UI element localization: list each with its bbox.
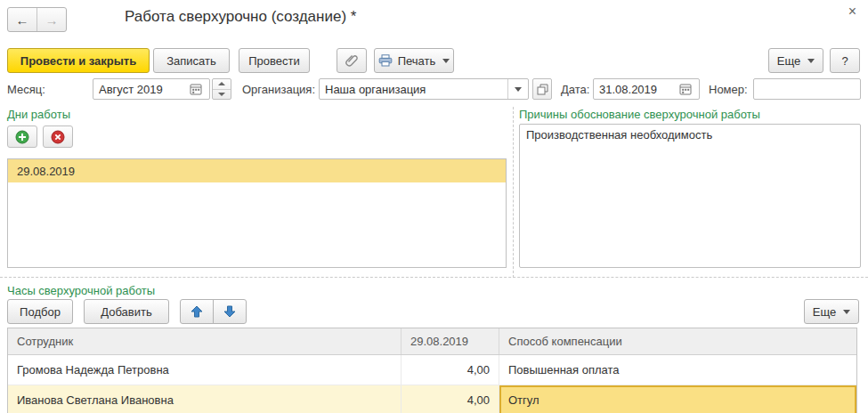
compensation-cell[interactable]: Повышенная оплата xyxy=(499,355,856,385)
more-table-label: Еще xyxy=(813,305,836,319)
open-organization-button[interactable] xyxy=(532,78,552,100)
add-row-button[interactable]: Добавить xyxy=(84,299,169,324)
add-day-button[interactable] xyxy=(7,126,37,148)
organization-field[interactable]: Наша организация xyxy=(319,78,529,100)
print-label: Печать xyxy=(398,54,436,68)
pick-button[interactable]: Подбор xyxy=(7,299,73,324)
post-label: Провести xyxy=(248,54,300,68)
hours-section-title: Часы сверхурочной работы xyxy=(7,284,155,297)
more-button-top[interactable]: Еще xyxy=(768,48,823,73)
table-row-selected[interactable]: Иванова Светлана Ивановна 4,00 Отгул xyxy=(8,385,856,413)
nav-history-group: ← → xyxy=(7,7,67,32)
number-label: Номер: xyxy=(709,83,748,96)
month-label: Месяц: xyxy=(7,83,45,96)
horizontal-splitter[interactable] xyxy=(0,277,868,278)
more-table-dropdown-icon xyxy=(843,310,850,314)
more-label: Еще xyxy=(777,54,800,68)
date-value: 31.08.2019 xyxy=(599,83,679,96)
more-button-table[interactable]: Еще xyxy=(804,299,859,324)
save-button[interactable]: Записать xyxy=(153,48,230,73)
move-down-button[interactable] xyxy=(213,299,247,324)
compensation-cell-active[interactable]: Отгул xyxy=(499,385,856,413)
step-up-icon[interactable] xyxy=(213,79,231,90)
date-field[interactable]: 31.08.2019 xyxy=(593,78,700,100)
help-button[interactable]: ? xyxy=(830,48,860,73)
add-row-label: Добавить xyxy=(101,305,151,319)
month-stepper[interactable] xyxy=(212,78,231,100)
printer-icon xyxy=(378,54,393,67)
overtime-hours-table: Сотрудник 29.08.2019 Способ компенсации … xyxy=(7,328,857,413)
month-field[interactable]: Август 2019 xyxy=(93,78,210,100)
organization-value: Наша организация xyxy=(325,83,507,96)
month-value: Август 2019 xyxy=(99,83,190,96)
column-header-compensation[interactable]: Способ компенсации xyxy=(499,328,856,354)
reasons-value: Производственная необходимость xyxy=(526,128,712,142)
table-header-row: Сотрудник 29.08.2019 Способ компенсации xyxy=(8,328,856,355)
post-and-close-button[interactable]: Провести и закрыть xyxy=(7,48,150,73)
work-days-list[interactable]: 29.08.2019 xyxy=(7,158,507,268)
column-header-date[interactable]: 29.08.2019 xyxy=(402,328,499,354)
attachment-button[interactable] xyxy=(337,48,367,73)
table-row[interactable]: Громова Надежда Петровна 4,00 Повышенная… xyxy=(8,355,856,385)
delete-icon xyxy=(51,130,65,144)
reasons-textarea[interactable]: Производственная необходимость xyxy=(519,124,861,268)
back-button[interactable]: ← xyxy=(8,8,37,31)
calendar-icon[interactable] xyxy=(679,83,692,95)
chevron-down-icon[interactable] xyxy=(507,79,528,99)
date-label: Дата: xyxy=(561,83,589,96)
forward-button[interactable]: → xyxy=(37,8,66,31)
hours-cell[interactable]: 4,00 xyxy=(402,385,499,413)
paperclip-icon xyxy=(345,53,359,68)
delete-day-button[interactable] xyxy=(43,126,73,148)
organization-label: Организация: xyxy=(242,83,315,96)
document-window: ← → Работа сверхурочно (создание) * × Пр… xyxy=(0,0,868,413)
open-link-icon xyxy=(537,84,548,95)
employee-cell[interactable]: Громова Надежда Петровна xyxy=(8,355,402,385)
work-day-value: 29.08.2019 xyxy=(17,165,75,178)
vertical-splitter[interactable] xyxy=(513,107,514,278)
post-button[interactable]: Провести xyxy=(239,48,310,73)
add-icon xyxy=(15,130,29,144)
arrow-up-icon xyxy=(191,305,203,318)
list-item[interactable]: 29.08.2019 xyxy=(8,159,506,182)
step-down-icon[interactable] xyxy=(213,90,231,100)
page-title: Работа сверхурочно (создание) * xyxy=(125,8,356,26)
employee-cell[interactable]: Иванова Светлана Ивановна xyxy=(8,385,402,413)
arrow-down-icon xyxy=(223,305,236,318)
number-field[interactable] xyxy=(753,78,861,100)
post-and-close-label: Провести и закрыть xyxy=(20,54,136,68)
column-header-employee[interactable]: Сотрудник xyxy=(8,328,402,354)
hours-cell[interactable]: 4,00 xyxy=(402,355,499,385)
pick-label: Подбор xyxy=(20,305,61,319)
help-label: ? xyxy=(841,54,848,68)
move-up-button[interactable] xyxy=(180,299,214,324)
more-dropdown-icon xyxy=(807,59,815,63)
close-icon[interactable]: × xyxy=(848,4,856,19)
save-label: Записать xyxy=(166,54,216,68)
print-dropdown-icon xyxy=(442,59,450,63)
reasons-section-title: Причины обоснование сверхурочной работы xyxy=(519,108,760,121)
days-section-title: Дни работы xyxy=(7,108,70,121)
calendar-icon[interactable] xyxy=(190,83,202,95)
print-button[interactable]: Печать xyxy=(374,48,454,73)
